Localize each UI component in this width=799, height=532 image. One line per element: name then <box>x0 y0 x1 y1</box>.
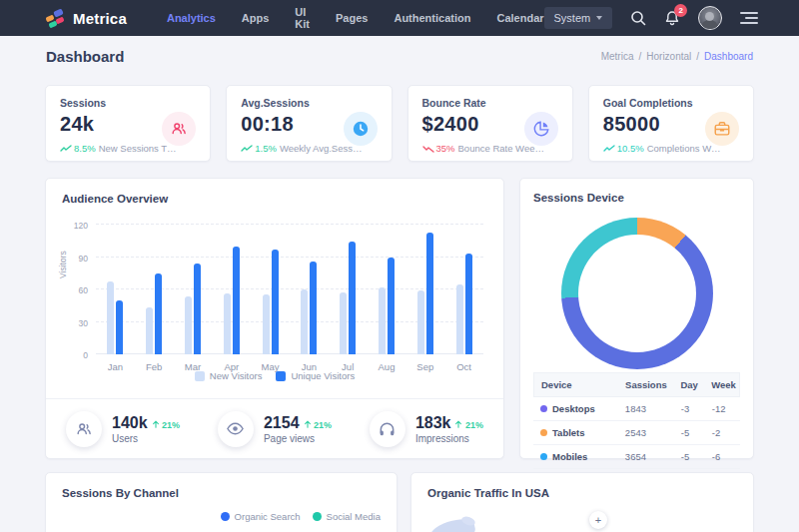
bar-group-may[interactable]: May <box>251 225 290 354</box>
bar-group-feb[interactable]: Feb <box>135 225 174 354</box>
legend-unique-visitors[interactable]: Unique Visitors <box>276 370 355 381</box>
bar-group-apr[interactable]: Apr <box>212 225 251 354</box>
device-dot <box>540 429 547 436</box>
bar-group-jul[interactable]: Jul <box>329 225 368 354</box>
legend-new-visitors[interactable]: New Visitors <box>195 370 263 381</box>
brand-logo[interactable]: Metrica <box>46 8 127 28</box>
breadcrumb-horizontal[interactable]: Horizontal <box>646 51 691 62</box>
bar-new-visitors[interactable] <box>224 293 231 354</box>
search-icon <box>630 10 646 26</box>
menu-icon <box>740 12 758 14</box>
bar-unique-visitors[interactable] <box>194 264 201 354</box>
audience-bar-chart[interactable]: Visitors 1209060300JanFebMarAprMayJunJul… <box>62 219 487 386</box>
bar-group-oct[interactable]: Oct <box>444 225 483 354</box>
stat-label: Page views <box>264 433 332 444</box>
bar-new-visitors[interactable] <box>379 287 386 354</box>
legend-swatch <box>276 371 286 381</box>
nav-item-pages[interactable]: Pages <box>336 12 368 24</box>
stat-title: Goal Completions <box>603 97 739 109</box>
stat-title: Avg.Sessions <box>241 97 377 109</box>
pie-icon <box>524 112 558 146</box>
nav-item-ui-kit[interactable]: UI Kit <box>295 6 310 30</box>
users-icon <box>162 112 196 146</box>
bar-group-sep[interactable]: Sep <box>405 225 444 354</box>
bar-unique-visitors[interactable] <box>465 254 472 354</box>
nav-item-analytics[interactable]: Analytics <box>167 12 216 24</box>
bar-new-visitors[interactable] <box>146 307 153 354</box>
profile-button[interactable] <box>698 6 722 30</box>
system-dropdown[interactable]: System <box>544 7 613 29</box>
stat-title: Bounce Rate <box>422 97 558 109</box>
trend-icon: 1.5% <box>241 143 277 154</box>
audience-stats-row: 140k 21%Users2154 21%Page views183k 21%I… <box>46 398 503 458</box>
bar-new-visitors[interactable] <box>340 292 347 354</box>
bar-new-visitors[interactable] <box>456 284 463 354</box>
bar-unique-visitors[interactable] <box>349 242 356 354</box>
bar-unique-visitors[interactable] <box>426 233 433 354</box>
chart-plot-area: 1209060300JanFebMarAprMayJunJulAugSepOct <box>96 225 483 354</box>
nav-item-calendar[interactable]: Calendar <box>496 12 543 24</box>
bar-unique-visitors[interactable] <box>155 273 162 354</box>
notifications-button[interactable]: 2 <box>664 10 680 27</box>
stat-card-avg-sessions: Avg.Sessions00:181.5%Weekly Avg.Sess… <box>226 85 392 162</box>
audience-stat-page-views: 2154 21%Page views <box>218 411 332 447</box>
nav-item-authentication[interactable]: Authentication <box>394 12 470 24</box>
bar-new-visitors[interactable] <box>263 294 270 354</box>
users-icon <box>66 411 102 447</box>
bar-group-jun[interactable]: Jun <box>290 225 329 354</box>
breadcrumb: Metrica / Horizontal / Dashboard <box>601 51 753 62</box>
channel-legend: Organic SearchSocial Media <box>221 511 381 522</box>
bar-group-aug[interactable]: Aug <box>368 225 406 354</box>
device-row-mobiles: Mobiles3654-5-6 <box>533 445 740 469</box>
system-dropdown-label: System <box>554 12 591 24</box>
bar-unique-visitors[interactable] <box>272 250 279 354</box>
dashboard-page: Metrica Analytics Apps UI Kit Pages Auth… <box>0 0 799 532</box>
stat-delta: 21% <box>304 420 333 430</box>
device-row-tablets: Tablets2543-5-2 <box>533 421 740 445</box>
device-row-desktops: Desktops1843-3-12 <box>533 397 740 421</box>
bar-unique-visitors[interactable] <box>233 247 240 354</box>
nav-item-apps[interactable]: Apps <box>242 12 270 24</box>
clock-icon <box>344 112 378 146</box>
stat-label: Impressions <box>415 433 483 444</box>
legend-organic-search[interactable]: Organic Search <box>221 511 301 522</box>
y-tick-label: 120 <box>74 221 88 231</box>
sessions-device-donut-chart[interactable] <box>561 218 713 369</box>
stat-number: 2154 <box>264 414 300 432</box>
sessions-device-title: Sessions Device <box>533 192 740 204</box>
map-zoom-in-button[interactable]: + <box>589 511 607 529</box>
bottom-row: Sessions By Channel Organic SearchSocial… <box>45 472 754 532</box>
briefcase-icon <box>705 112 739 146</box>
bar-unique-visitors[interactable] <box>310 262 317 354</box>
legend-social-media[interactable]: Social Media <box>313 511 381 522</box>
bar-unique-visitors[interactable] <box>388 258 395 355</box>
headphones-icon <box>370 411 405 447</box>
bar-group-mar[interactable]: Mar <box>174 225 213 354</box>
y-tick-label: 90 <box>79 254 88 264</box>
bar-new-visitors[interactable] <box>107 281 114 354</box>
bar-group-jan[interactable]: Jan <box>96 225 135 354</box>
menu-toggle-button[interactable] <box>740 12 758 24</box>
stat-title: Sessions <box>60 97 196 109</box>
bar-new-visitors[interactable] <box>417 290 424 354</box>
bar-new-visitors[interactable] <box>185 296 192 355</box>
sessions-by-channel-title: Sessions By Channel <box>62 487 381 499</box>
bar-new-visitors[interactable] <box>301 289 308 354</box>
metrica-logo-icon <box>46 8 66 28</box>
chart-legend: New VisitorsUnique Visitors <box>62 370 487 381</box>
main-row: Audience Overview Visitors 1209060300Jan… <box>45 178 754 459</box>
trend-icon: 35% <box>422 143 455 154</box>
chevron-down-icon <box>596 16 602 20</box>
device-table: Device Sassions Day Week Desktops1843-3-… <box>533 372 740 469</box>
audience-stat-impressions: 183k 21%Impressions <box>370 411 483 447</box>
sessions-by-channel-card: Sessions By Channel Organic SearchSocial… <box>45 472 398 532</box>
bar-unique-visitors[interactable] <box>116 300 123 354</box>
stat-card-sessions: Sessions24k8.5%New Sessions T… <box>45 85 211 162</box>
search-button[interactable] <box>630 10 646 26</box>
bars: JanFebMarAprMayJunJulAugSepOct <box>96 225 483 354</box>
y-axis-label: Visitors <box>58 251 68 278</box>
eye-icon <box>218 411 254 447</box>
audience-overview-title: Audience Overview <box>62 193 487 205</box>
breadcrumb-metrica[interactable]: Metrica <box>601 51 634 62</box>
legend-dot <box>313 512 322 521</box>
